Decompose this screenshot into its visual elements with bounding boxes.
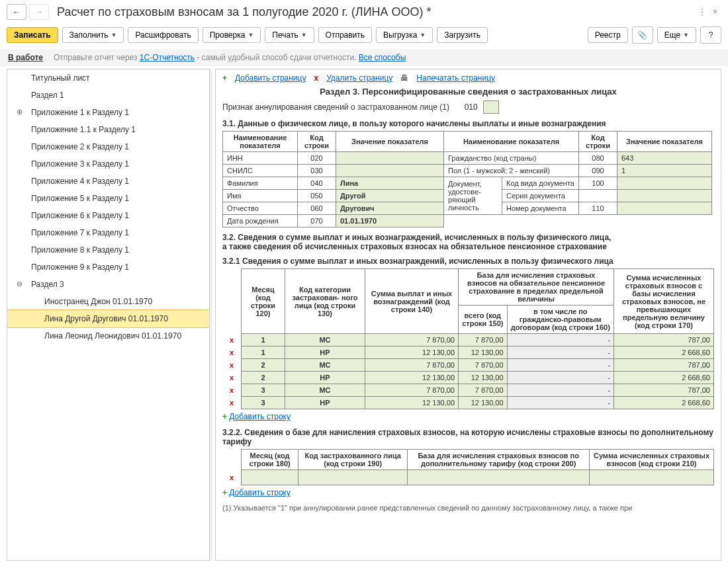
info-text: Отправьте отчет через 1С-Отчетность - са…: [54, 53, 406, 62]
plus-icon: +: [222, 73, 227, 83]
h321: 3.2.1 Сведения о сумме выплат и иных воз…: [222, 257, 714, 266]
help-button[interactable]: ?: [700, 26, 721, 44]
import-button[interactable]: Загрузить: [437, 27, 488, 43]
decode-button[interactable]: Расшифровать: [128, 27, 198, 43]
tree-sub-item[interactable]: Лина Леонид Леонидович 01.01.1970: [7, 327, 209, 345]
section-title: Раздел 3. Персонифицированные сведения о…: [222, 87, 714, 97]
row-delete-icon[interactable]: x: [227, 374, 236, 382]
tree-item[interactable]: Приложение 6 к Разделу 1: [7, 207, 209, 224]
tree-item[interactable]: Приложение 3 к Разделу 1: [7, 155, 209, 173]
add-page-link[interactable]: Добавить страницу: [235, 73, 306, 83]
registry-button[interactable]: Реестр: [588, 27, 628, 43]
annul-code: 010: [465, 102, 478, 112]
tree-item[interactable]: Приложение 4 к Разделу 1: [7, 173, 209, 190]
annul-input[interactable]: [483, 101, 499, 114]
row-delete-icon[interactable]: x: [227, 473, 236, 481]
attach-icon[interactable]: 📎: [632, 26, 653, 44]
splitter[interactable]: [210, 69, 212, 561]
add-row-link-1[interactable]: Добавить строку: [229, 412, 291, 421]
more-button[interactable]: Еще▼: [657, 27, 696, 43]
tree-item[interactable]: Титульный лист: [7, 69, 209, 87]
tree-item[interactable]: Приложение 5 к Разделу 1: [7, 190, 209, 207]
save-button[interactable]: Записать: [7, 27, 58, 43]
tree-sub-item[interactable]: Иностранец Джон 01.01.1970: [7, 293, 209, 310]
status-label[interactable]: В работе: [8, 53, 43, 62]
row-delete-icon[interactable]: x: [227, 399, 236, 407]
menu-icon[interactable]: ⋮: [698, 7, 706, 17]
link-all-methods[interactable]: Все способы: [359, 53, 406, 62]
print-button[interactable]: Печать▼: [265, 27, 314, 43]
send-button[interactable]: Отправить: [318, 27, 373, 43]
h322: 3.2.2. Сведения о базе для начисления ст…: [222, 428, 714, 446]
tree-item[interactable]: Раздел 3: [7, 276, 209, 293]
tree-item[interactable]: Приложение 1 к Разделу 1: [7, 104, 209, 121]
tree-item[interactable]: Приложение 1.1 к Разделу 1: [7, 121, 209, 138]
h32: 3.2. Сведения о сумме выплат и иных возн…: [222, 233, 714, 251]
print-page-link[interactable]: Напечатать страницу: [416, 73, 495, 83]
tree-item[interactable]: Приложение 7 к Разделу 1: [7, 224, 209, 241]
link-1c[interactable]: 1С-Отчетность: [140, 53, 195, 62]
tree-item[interactable]: Приложение 2 к Разделу 1: [7, 138, 209, 155]
x-icon: x: [314, 73, 318, 83]
export-button[interactable]: Выгрузка▼: [376, 27, 433, 43]
window-title: Расчет по страховым взносам за 1 полугод…: [52, 5, 696, 19]
row-delete-icon[interactable]: x: [227, 348, 236, 356]
row-delete-icon[interactable]: x: [227, 361, 236, 369]
row-delete-icon[interactable]: x: [227, 336, 236, 344]
delete-page-link[interactable]: Удалить страницу: [326, 73, 392, 83]
person-table: Наименование показателяКод строкиЗначени…: [222, 131, 712, 227]
tree-sub-item[interactable]: Лина Другой Другович 01.01.1970: [7, 309, 210, 328]
tree-item[interactable]: Приложение 8 к Разделу 1: [7, 241, 209, 259]
add-row-link-2[interactable]: Добавить строку: [229, 488, 291, 497]
h31: 3.1. Данные о физическом лице, в пользу …: [222, 119, 714, 128]
section-tree[interactable]: Титульный листРаздел 1Приложение 1 к Раз…: [7, 69, 210, 561]
close-icon[interactable]: ×: [713, 7, 717, 17]
footnote: (1) Указывается "1" при аннулировании ра…: [222, 504, 714, 512]
row-delete-icon[interactable]: x: [227, 386, 236, 394]
printer-icon: 🖶: [400, 73, 408, 83]
nav-forward-button[interactable]: →: [29, 4, 49, 20]
nav-back-button[interactable]: ←: [7, 4, 26, 20]
fill-button[interactable]: Заполнить▼: [62, 27, 124, 43]
payments-table: Месяц (код строки 120) Код категории зас…: [222, 268, 714, 409]
extra-tariff-table: Месяц (код строки 180)Код застрахованног…: [222, 449, 714, 485]
content-pane: + Добавить страницу x Удалить страницу 🖶…: [215, 69, 721, 561]
annul-label: Признак аннулирования сведений о застрах…: [222, 102, 449, 112]
tree-item[interactable]: Раздел 1: [7, 87, 209, 104]
check-button[interactable]: Проверка▼: [203, 27, 261, 43]
tree-item[interactable]: Приложение 9 к Разделу 1: [7, 259, 209, 276]
